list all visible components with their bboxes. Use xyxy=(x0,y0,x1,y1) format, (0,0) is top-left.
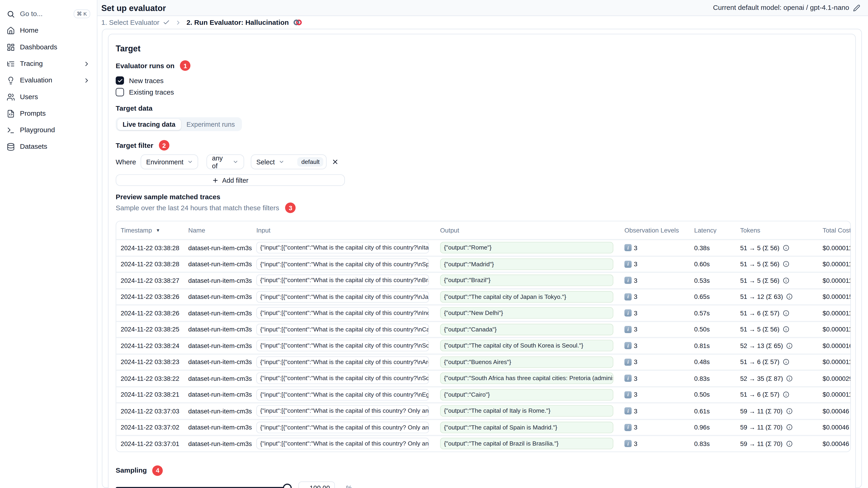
sidebar-item-home[interactable]: Home xyxy=(7,22,90,39)
name-cell: dataset-run-item-cm3s4 xyxy=(188,326,252,333)
tab-experiment-runs[interactable]: Experiment runs xyxy=(181,119,241,130)
output-cell[interactable]: {"output":"The capital of Italy is Rome.… xyxy=(440,405,614,417)
tab-live-tracing-data[interactable]: Live tracing data xyxy=(117,119,181,130)
column-header-name: Name xyxy=(184,227,252,233)
input-cell[interactable]: {"input":[{"content":"What is the capita… xyxy=(256,324,429,335)
observation-levels-cell: 3 xyxy=(634,245,637,251)
info-icon[interactable] xyxy=(786,343,793,349)
output-cell[interactable]: {"output":"The capital city of South Kor… xyxy=(440,340,614,352)
output-cell[interactable]: {"output":"Canada"} xyxy=(440,324,614,335)
total-cost-cell: $0.000029 xyxy=(823,375,851,382)
input-cell[interactable]: {"input":[{"content":"What is the capita… xyxy=(256,356,429,368)
info-icon[interactable] xyxy=(786,408,793,414)
step2-label: 2. Run Evaluator: Hallucination xyxy=(186,19,289,26)
new-traces-option[interactable]: New traces xyxy=(116,75,848,86)
tokens-cell: 51 → 5 (Σ 56) xyxy=(740,261,779,267)
table-row[interactable]: 2024-11-22 03:38:25dataset-run-item-cm3s… xyxy=(116,321,851,337)
table-row[interactable]: 2024-11-22 03:38:23dataset-run-item-cm3s… xyxy=(116,353,851,369)
tokens-cell: 52 → 35 (Σ 87) xyxy=(740,375,783,382)
timestamp-cell: 2024-11-22 03:38:24 xyxy=(121,343,179,349)
output-cell[interactable]: {"output":"Rome"} xyxy=(440,242,614,254)
column-header-label: Input xyxy=(256,227,271,233)
input-cell[interactable]: {"input":[{"content":"What is the capita… xyxy=(256,438,429,449)
goto-search[interactable]: Go to... ⌘ K xyxy=(7,5,90,22)
table-row[interactable]: 2024-11-22 03:38:27dataset-run-item-cm3s… xyxy=(116,272,851,288)
info-icon[interactable] xyxy=(786,293,793,300)
sidebar-item-dashboards[interactable]: Dashboards xyxy=(7,39,90,55)
info-icon[interactable] xyxy=(786,424,793,431)
info-icon[interactable] xyxy=(783,326,789,333)
info-icon[interactable] xyxy=(783,359,789,365)
existing-traces-checkbox[interactable] xyxy=(116,88,124,96)
tokens-cell: 59 → 11 (Σ 70) xyxy=(740,408,782,414)
output-cell[interactable]: {"output":"New Delhi"} xyxy=(440,307,614,319)
latency-cell: 0.50s xyxy=(694,326,710,333)
existing-traces-option[interactable]: Existing traces xyxy=(116,86,848,98)
filter-operator-select[interactable]: any of xyxy=(207,155,244,169)
output-cell[interactable]: {"output":"Madrid"} xyxy=(440,258,614,270)
sidebar-item-label: Users xyxy=(20,93,38,101)
output-cell[interactable]: {"output":"Brazil"} xyxy=(440,274,614,286)
sampling-label: Sampling xyxy=(116,466,147,474)
input-cell[interactable]: {"input":[{"content":"What is the capita… xyxy=(256,421,429,433)
slider-handle[interactable] xyxy=(283,484,292,488)
sidebar-item-tracing[interactable]: Tracing xyxy=(7,55,90,72)
input-cell[interactable]: {"input":[{"content":"What is the capita… xyxy=(256,307,429,319)
info-emoji-icon: i xyxy=(624,408,631,415)
input-cell[interactable]: {"input":[{"content":"What is the capita… xyxy=(256,340,429,352)
latency-cell: 0.50s xyxy=(694,391,710,398)
total-cost-cell: $0.000011 ( xyxy=(823,245,851,251)
remove-filter-button[interactable] xyxy=(332,158,339,165)
table-row[interactable]: 2024-11-22 03:38:28dataset-run-item-cm3s… xyxy=(116,239,851,255)
table-row[interactable]: 2024-11-22 03:37:01dataset-run-item-cm3s… xyxy=(116,435,851,451)
observation-levels-cell: 3 xyxy=(634,391,637,398)
table-row[interactable]: 2024-11-22 03:37:03dataset-run-item-cm3s… xyxy=(116,402,851,419)
input-cell[interactable]: {"input":[{"content":"What is the capita… xyxy=(256,291,429,302)
filter-value-select[interactable]: Select default xyxy=(251,155,327,169)
default-model-control[interactable]: Current default model: openai / gpt-4.1-… xyxy=(713,4,860,12)
table-row[interactable]: 2024-11-22 03:38:22dataset-run-item-cm3s… xyxy=(116,369,851,386)
add-filter-button[interactable]: Add filter xyxy=(116,174,345,186)
output-cell[interactable]: {"output":"The capital of Spain is Madri… xyxy=(440,421,614,433)
info-icon[interactable] xyxy=(786,375,793,382)
breadcrumb-step1[interactable]: 1. Select Evaluator xyxy=(101,19,170,26)
column-header-ts[interactable]: Timestamp▼ xyxy=(116,227,184,233)
default-model-label: Current default model: openai / gpt-4.1-… xyxy=(713,4,849,12)
sampling-value-input[interactable]: 100.00 xyxy=(298,481,335,488)
new-traces-checkbox[interactable] xyxy=(116,76,124,85)
filter-column-select[interactable]: Environment xyxy=(141,155,198,169)
output-cell[interactable]: {"output":"Buenos Aires"} xyxy=(440,356,614,368)
sampling-slider[interactable] xyxy=(116,484,287,488)
info-icon[interactable] xyxy=(783,391,789,398)
table-row[interactable]: 2024-11-22 03:38:28dataset-run-item-cm3s… xyxy=(116,256,851,272)
step-badge-4: 4 xyxy=(153,465,163,476)
table-row[interactable]: 2024-11-22 03:37:02dataset-run-item-cm3s… xyxy=(116,419,851,435)
info-icon[interactable] xyxy=(783,310,789,316)
table-row[interactable]: 2024-11-22 03:38:26dataset-run-item-cm3s… xyxy=(116,304,851,321)
table-row[interactable]: 2024-11-22 03:38:26dataset-run-item-cm3s… xyxy=(116,288,851,304)
info-icon[interactable] xyxy=(783,261,789,267)
input-cell[interactable]: {"input":[{"content":"What is the capita… xyxy=(256,405,429,417)
sidebar-item-playground[interactable]: Playground xyxy=(7,122,90,138)
observation-levels-cell: 3 xyxy=(634,359,637,365)
output-cell[interactable]: {"output":"The capital of Brazil is Bras… xyxy=(440,438,614,449)
input-cell[interactable]: {"input":[{"content":"What is the capita… xyxy=(256,372,429,384)
input-cell[interactable]: {"input":[{"content":"What is the capita… xyxy=(256,274,429,286)
sidebar-item-evaluation[interactable]: Evaluation xyxy=(7,72,90,88)
info-icon[interactable] xyxy=(783,277,789,284)
info-icon[interactable] xyxy=(783,245,789,251)
output-cell[interactable]: {"output":"The capital city of Japan is … xyxy=(440,291,614,302)
input-cell[interactable]: {"input":[{"content":"What is the capita… xyxy=(256,258,429,270)
info-icon[interactable] xyxy=(786,440,793,447)
input-cell[interactable]: {"input":[{"content":"What is the capita… xyxy=(256,242,429,254)
sidebar-item-users[interactable]: Users xyxy=(7,89,90,105)
output-cell[interactable]: {"output":"Cairo"} xyxy=(440,389,614,400)
output-cell[interactable]: {"output":"South Africa has three capita… xyxy=(440,372,614,384)
table-row[interactable]: 2024-11-22 03:38:24dataset-run-item-cm3s… xyxy=(116,337,851,353)
sidebar-item-datasets[interactable]: Datasets xyxy=(7,138,90,155)
table-row[interactable]: 2024-11-22 03:38:21dataset-run-item-cm3s… xyxy=(116,386,851,402)
playground-icon xyxy=(7,126,15,134)
sidebar-item-prompts[interactable]: Prompts xyxy=(7,105,90,122)
breadcrumb-step2[interactable]: 2. Run Evaluator: Hallucination xyxy=(186,19,302,27)
input-cell[interactable]: {"input":[{"content":"What is the capita… xyxy=(256,389,429,400)
